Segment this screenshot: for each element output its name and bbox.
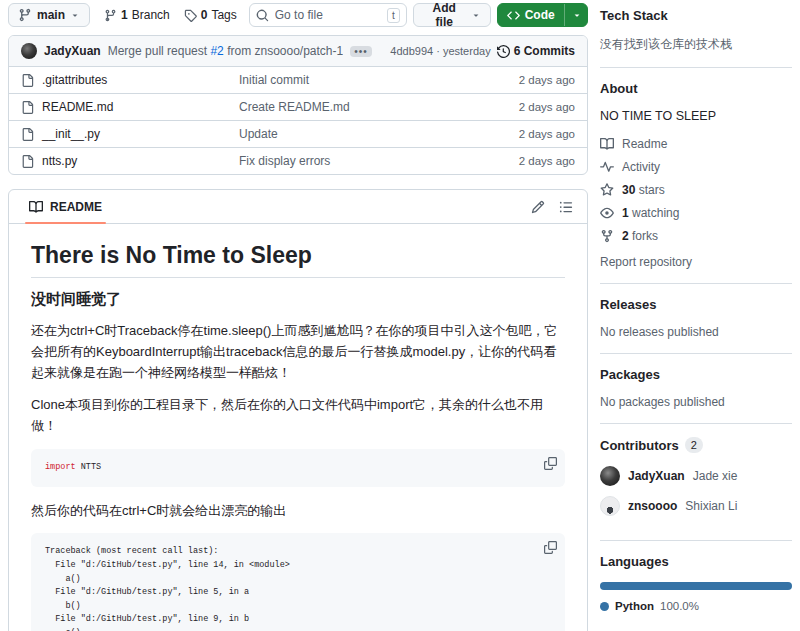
tags-link[interactable]: 0 Tags — [184, 8, 237, 22]
file-commit-time: 2 days ago — [485, 128, 575, 140]
file-commit-message-link[interactable]: Initial commit — [239, 73, 485, 87]
main-column: main 1 Branch 0 Tags — [8, 0, 588, 631]
contributors-section: Contributors 2 JadyXuan Jade xie znsoooo… — [600, 424, 792, 541]
pulse-icon — [600, 160, 614, 174]
list-item[interactable]: znsoooo Shixian Li — [600, 496, 792, 516]
code-text: Traceback (most recent call last): File … — [45, 545, 551, 631]
releases-empty-text: No releases published — [600, 325, 792, 339]
code-button-label: Code — [525, 8, 555, 22]
contributor-login[interactable]: znsoooo — [628, 499, 677, 513]
stars-count: 30 — [622, 183, 635, 197]
forks-count: 2 — [622, 229, 629, 243]
outline-button[interactable] — [559, 200, 573, 214]
repo-page: main 1 Branch 0 Tags — [0, 0, 800, 631]
add-file-label: Add file — [423, 1, 466, 29]
list-item[interactable]: JadyXuan Jade xie — [600, 466, 792, 486]
language-bar — [600, 582, 792, 590]
file-icon — [21, 128, 34, 141]
branches-label: Branch — [132, 8, 170, 22]
readme-content: There is No Time to Sleep 没时间睡觉了 还在为ctrl… — [9, 224, 587, 631]
copy-icon — [544, 457, 557, 470]
file-commit-message-link[interactable]: Update — [239, 127, 485, 141]
commit-message-text: Merge pull request — [108, 44, 207, 58]
file-name-link[interactable]: .gitattributes — [42, 73, 107, 87]
eye-icon — [600, 206, 614, 220]
readme-paragraph: 还在为ctrl+C时Traceback停在time.sleep()上而感到尴尬吗… — [31, 321, 565, 383]
table-row: __init__.py Update 2 days ago — [9, 120, 587, 147]
edit-readme-button[interactable] — [531, 200, 545, 214]
repo-sidebar: Tech Stack 没有找到该仓库的技术栈 About NO TIME TO … — [600, 0, 792, 631]
add-file-button[interactable]: Add file — [413, 3, 491, 27]
commit-author-login[interactable]: JadyXuan — [44, 44, 101, 58]
avatar[interactable] — [600, 466, 620, 486]
readme-link[interactable]: Readme — [600, 137, 792, 151]
readme-paragraph: Clone本项目到你的工程目录下，然后在你的入口文件代码中import它，其余的… — [31, 395, 565, 437]
contributors-title: Contributors 2 — [600, 437, 792, 453]
report-repository-link[interactable]: Report repository — [600, 255, 792, 269]
packages-section: Packages No packages published — [600, 354, 792, 424]
code-snippet-traceback: Traceback (most recent call last): File … — [31, 533, 565, 631]
file-name-link[interactable]: ntts.py — [42, 154, 77, 168]
contributor-login[interactable]: JadyXuan — [628, 469, 685, 483]
chevron-down-icon — [70, 10, 80, 20]
file-name-link[interactable]: README.md — [42, 100, 113, 114]
list-unordered-icon — [559, 200, 573, 214]
language-name: Python — [615, 600, 654, 612]
commit-count-label: 6 Commits — [514, 44, 575, 58]
table-row: ntts.py Fix display errors 2 days ago — [9, 147, 587, 174]
commit-history-link[interactable]: 6 Commits — [497, 44, 575, 58]
language-dot — [600, 602, 609, 611]
git-branch-icon — [104, 9, 117, 22]
code-icon — [507, 9, 520, 22]
code-button[interactable]: Code — [497, 3, 588, 27]
commit-ellipsis-button[interactable]: ••• — [350, 46, 372, 57]
book-icon — [600, 137, 614, 151]
commit-hash-link[interactable]: 4ddb994 · yesterday — [390, 45, 490, 57]
file-commit-message-link[interactable]: Fix display errors — [239, 154, 485, 168]
table-row: README.md Create README.md 2 days ago — [9, 93, 587, 120]
branches-link[interactable]: 1 Branch — [104, 8, 170, 22]
file-icon — [21, 155, 34, 168]
go-to-file-input[interactable]: t — [249, 3, 407, 27]
tech-stack-section: Tech Stack 没有找到该仓库的技术栈 — [600, 2, 792, 68]
stars-label: stars — [639, 183, 665, 197]
releases-section: Releases No releases published — [600, 284, 792, 354]
copy-button[interactable] — [544, 457, 557, 470]
language-item-python[interactable]: Python 100.0% — [600, 600, 792, 612]
tags-label: Tags — [211, 8, 236, 22]
branch-selector[interactable]: main — [8, 3, 90, 27]
pencil-icon — [531, 200, 545, 214]
pr-number-link[interactable]: #2 — [210, 44, 223, 58]
tags-count: 0 — [201, 8, 208, 22]
copy-button[interactable] — [544, 541, 557, 554]
forks-link[interactable]: 2 forks — [600, 229, 792, 243]
commit-message[interactable]: Merge pull request #2 from znsoooo/patch… — [108, 44, 344, 58]
watching-count: 1 — [622, 206, 629, 220]
tab-readme[interactable]: README — [25, 190, 106, 223]
repo-description: NO TIME TO SLEEP — [600, 109, 792, 123]
go-to-file-text[interactable] — [275, 8, 381, 22]
releases-title: Releases — [600, 297, 792, 312]
stars-link[interactable]: 30 stars — [600, 183, 792, 197]
tech-stack-title: Tech Stack — [600, 8, 792, 23]
dot-separator: · — [436, 45, 440, 57]
repo-toolbar: main 1 Branch 0 Tags — [8, 3, 588, 27]
packages-title: Packages — [600, 367, 792, 382]
commit-time: yesterday — [443, 45, 491, 57]
fork-icon — [600, 229, 614, 243]
code-dropdown-caret[interactable] — [564, 4, 588, 26]
readme-tab-label: README — [50, 200, 102, 214]
watching-link[interactable]: 1 watching — [600, 206, 792, 220]
avatar[interactable] — [600, 496, 620, 516]
readme-link-label: Readme — [622, 137, 667, 151]
shortcut-key-badge: t — [387, 8, 400, 23]
file-commit-message-link[interactable]: Create README.md — [239, 100, 485, 114]
file-commit-time: 2 days ago — [485, 155, 575, 167]
file-name-link[interactable]: __init__.py — [42, 127, 100, 141]
file-icon — [21, 101, 34, 114]
commit-author-avatar[interactable] — [21, 43, 37, 59]
contributor-name: Shixian Li — [685, 499, 737, 513]
activity-link[interactable]: Activity — [600, 160, 792, 174]
file-icon — [21, 74, 34, 87]
tag-icon — [184, 9, 197, 22]
